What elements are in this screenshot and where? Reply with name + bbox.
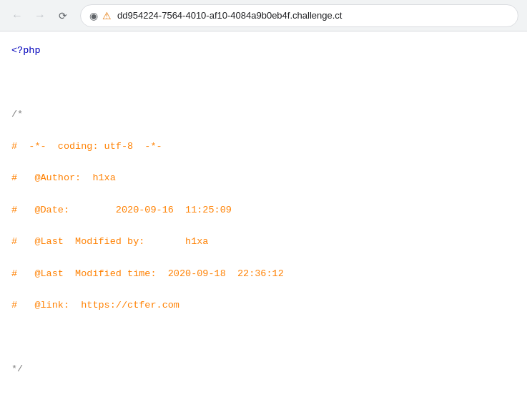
code-area: <?php /* # -*- coding: utf-8 -*- # @Auth… bbox=[0, 31, 527, 420]
address-bar[interactable]: ◉ ⚠ dd954224-7564-4010-af10-4084a9b0eb4f… bbox=[80, 4, 518, 27]
nav-buttons: ← → ⟳ bbox=[9, 7, 72, 24]
comment-modified-by: # @Last Modified by: h1xa bbox=[11, 234, 516, 250]
forward-button[interactable]: → bbox=[31, 7, 49, 24]
warning-icon: ⚠ bbox=[102, 10, 112, 21]
comment-date: # @Date: 2020-09-16 11:25:09 bbox=[11, 202, 516, 218]
comment-close: */ bbox=[11, 361, 516, 377]
back-button[interactable]: ← bbox=[9, 7, 26, 24]
address-bar-icons: ◉ ⚠ bbox=[89, 10, 112, 21]
blank-line-1 bbox=[11, 75, 516, 91]
url-text: dd954224-7564-4010-af10-4084a9b0eb4f.cha… bbox=[117, 10, 509, 21]
comment-open: /* bbox=[11, 107, 516, 122]
comment-modified-time: # @Last Modified time: 2020-09-18 22:36:… bbox=[11, 266, 516, 282]
shield-icon: ◉ bbox=[89, 10, 98, 21]
code-block: <?php /* # -*- coding: utf-8 -*- # @Auth… bbox=[11, 43, 516, 420]
comment-author: # @Author: h1xa bbox=[11, 170, 516, 186]
blank-line-2 bbox=[11, 330, 516, 346]
php-open-tag: <?php bbox=[11, 43, 516, 59]
comment-link: # @link: https://ctfer.com bbox=[11, 298, 516, 313]
comment-coding: # -*- coding: utf-8 -*- bbox=[11, 139, 516, 155]
blank-line-3 bbox=[11, 394, 516, 409]
reload-button[interactable]: ⟳ bbox=[54, 7, 72, 24]
browser-chrome: ← → ⟳ ◉ ⚠ dd954224-7564-4010-af10-4084a9… bbox=[0, 0, 527, 31]
